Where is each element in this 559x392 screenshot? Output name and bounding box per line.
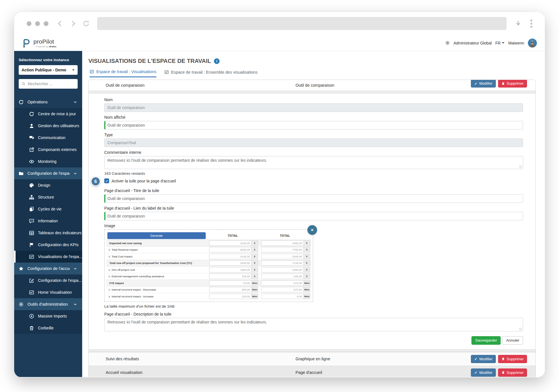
chart-line-icon [29,254,34,259]
modifier-button[interactable]: Modifier [471,80,496,88]
tab-ensemble-visualisations[interactable]: Espace de travail : Ensemble des visuali… [164,69,258,77]
nom-affiche-input[interactable]: Outil de comparaison [104,121,523,129]
download-icon[interactable] [515,20,522,27]
avatar-image [528,39,537,48]
visualisations-panel: Outil de comparaison Outil de comparaiso… [88,80,536,377]
sidebar-item-design[interactable]: Design [14,179,82,191]
row-name: Suivi des résultats [89,357,296,361]
table-icon [29,230,34,236]
table-row[interactable]: Accueil visualisation Page d'accueil Mod… [89,366,535,377]
trash-icon [501,82,505,85]
folder-icon [18,171,24,176]
sidebar-item-communication[interactable]: Communication [14,132,82,144]
description-textarea[interactable]: Retrouvez ici l'outil de comparaison per… [104,318,523,331]
propilot-logo-icon [22,38,31,48]
table-row-expanded-header[interactable]: Outil de comparaison Outil de comparaiso… [89,80,535,91]
titre-tuile-input[interactable]: Outil de comparaison [104,194,523,203]
sidebar-item-cycles-de-vie[interactable]: Cycles de vie [14,203,82,215]
back-icon[interactable] [56,20,64,27]
sidebar-item-massive-imports[interactable]: Massive Imports [14,310,82,322]
info-icon[interactable]: i [214,58,220,64]
window-dot[interactable] [27,21,31,26]
nom-affiche-label: Nom affiché [104,115,523,120]
sidebar-item-gestion-des-utilisateurs[interactable]: Gestion des utilisateurs [14,120,82,132]
row-name: Outil de comparaison [89,83,296,88]
pencil-icon [474,371,478,374]
avatar[interactable] [528,39,537,48]
trash-icon [29,325,34,331]
chart-line-icon [90,69,94,74]
user-name: Maiwenn [508,41,524,45]
remove-image-button[interactable] [307,225,317,235]
preview-table-row: ↳Internal recurrent impact - Increase 13… [106,293,311,300]
share-icon [29,147,34,152]
search-input[interactable]: Rechercher ... [19,79,78,89]
row-name: Accueil visualisation [89,370,296,375]
forward-icon[interactable] [69,20,77,27]
preview-table-row: ↳Internal recurrent impact - Descrease 2… [106,287,311,293]
sidebar-item-visualisations-espace[interactable]: Visualisations de l'espa... [14,251,82,263]
annuler-button[interactable]: Annuler [502,336,523,345]
generate-button-preview: Generate [107,232,206,239]
tile-checkbox[interactable] [104,178,109,183]
chart-line-icon [29,290,34,295]
sidebar-item-structure[interactable]: Structure [14,191,82,203]
sidebar-section-configuration-espace[interactable]: Configuration de l'espace de ... [14,167,82,179]
window-dot[interactable] [35,21,40,26]
row-type: Outil de comparaison [296,83,471,88]
url-bar[interactable] [97,17,507,30]
sidebar: Sélectionnez votre instance Action Publi… [14,51,82,377]
modifier-button[interactable]: Modifier [471,368,496,377]
user-role: Administrateur Global [454,41,492,45]
chevron-down-icon [73,267,77,270]
language-selector[interactable]: FR [495,41,505,45]
chevron-down-icon [73,172,77,175]
sidebar-section-configuration-accueil[interactable]: Configuration de l'accueil [14,263,82,274]
edit-form: Nom Outil de comparaison Nom affiché Out… [89,93,535,349]
trash-icon [501,371,505,374]
user-icon [29,123,34,129]
tabs: Espace de travail : Visualisations Espac… [90,69,536,77]
app-header: proPilot — Powered by dFakto Administrat… [14,35,545,51]
file-size-note: La taille maximum d'un fichier est de 1m… [104,304,523,308]
lien-tuile-input[interactable]: Outil de comparaison [104,212,523,220]
sidebar-item-configuration-espace-accueil[interactable]: Configuration de l'espa... [14,274,82,286]
sync-icon [29,111,34,117]
sidebar-item-configuration-des-kpis[interactable]: Configuration des KPIs [14,239,82,251]
divider [89,91,535,93]
sync-icon [18,99,24,105]
sidebar-section-outils-administration[interactable]: Outils d'administration [14,298,82,310]
eye-icon [29,159,34,164]
modifier-button[interactable]: Modifier [471,355,496,363]
sidebar-item-home-visualisation[interactable]: Home Visualisation [14,286,82,298]
brand-name: proPilot [33,38,56,45]
tab-espace-visualisations[interactable]: Espace de travail : Visualisations [90,69,156,77]
titre-tuile-label: Page d'accueil - Titre de la tuile [104,188,523,193]
sidebar-item-corbeille[interactable]: Corbeille [14,322,82,334]
preview-table-row: Total one-off project cost proposed for … [106,260,311,267]
row-type: Graphique en ligne [296,357,471,361]
instance-select[interactable]: Action Publique - Demo [19,65,78,75]
supprimer-button[interactable]: Supprimer [498,355,527,363]
sauvegarder-button[interactable]: Sauvegarder [471,336,501,345]
window-dot[interactable] [44,21,48,26]
brand-tagline: — Powered by dFakto [33,45,56,48]
sidebar-item-centre-de-mise-a-jour[interactable]: Centre de mise à jour [14,108,82,120]
refresh-icon[interactable] [82,20,90,27]
table-row[interactable]: Suivi des résultats Graphique en ligne M… [89,352,535,366]
sidebar-item-information[interactable]: Information [14,215,82,227]
sidebar-item-composants-externes[interactable]: Composants externes [14,144,82,155]
step-badge: 6 [91,176,101,186]
comment-icon [29,218,34,224]
tile-checkbox-label[interactable]: Activer la tuile pour la page d'accueil [112,179,176,183]
download-circle-icon [29,314,34,319]
menu-kebab-icon[interactable] [530,20,532,28]
settings-gear-icon[interactable] [445,41,450,45]
search-placeholder: Rechercher ... [28,82,53,86]
supprimer-button[interactable]: Supprimer [498,368,527,377]
commentaire-textarea[interactable]: Retrouvez ici l'outil de comparaison per… [104,156,523,169]
sidebar-item-monitoring[interactable]: Monitoring [14,155,82,167]
supprimer-button[interactable]: Supprimer [498,80,527,88]
sidebar-section-operations[interactable]: Opérations [14,96,82,108]
sidebar-item-tableaux-des-indicateurs[interactable]: Tableaux des indicateurs [14,227,82,239]
